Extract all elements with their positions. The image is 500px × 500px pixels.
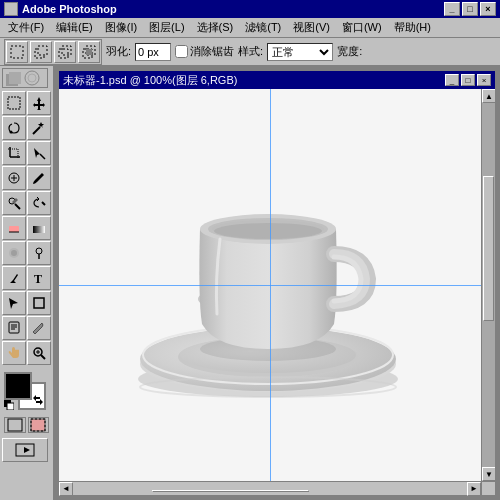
tool-shape[interactable] [27, 291, 51, 315]
svg-line-15 [33, 127, 40, 134]
maximize-button[interactable]: □ [462, 2, 478, 16]
app-title: Adobe Photoshop [22, 3, 117, 15]
doc-bottom-row: ◄ ► [59, 481, 495, 495]
document-window: 未标器-1.psd @ 100%(图层 6,RGB) _ □ × [58, 70, 496, 496]
tool-row-9 [2, 291, 51, 315]
minimize-button[interactable]: _ [444, 2, 460, 16]
anti-alias-checkbox[interactable]: 消除锯齿 [175, 44, 234, 59]
svg-point-14 [10, 131, 13, 134]
tool-brush[interactable] [27, 166, 51, 190]
svg-marker-21 [34, 148, 40, 158]
scroll-h-thumb[interactable] [152, 490, 310, 492]
tool-row-6 [2, 216, 51, 240]
svg-marker-51 [24, 447, 30, 453]
color-swatches [4, 372, 50, 410]
scroll-right-btn[interactable]: ► [467, 482, 481, 496]
anti-alias-check[interactable] [175, 45, 188, 58]
svg-rect-29 [33, 226, 45, 233]
title-bar-buttons: _ □ × [444, 2, 496, 16]
tool-crop[interactable] [2, 141, 26, 165]
options-bar: 羽化: 消除锯齿 样式: 正常 固定比例 固定大小 宽度: [0, 38, 500, 66]
tool-slice[interactable] [27, 141, 51, 165]
tool-row-3 [2, 141, 51, 165]
style-label: 样式: [238, 44, 263, 59]
foreground-color-swatch[interactable] [4, 372, 32, 400]
quick-mask-area [2, 415, 51, 435]
toolbox: T [0, 66, 54, 500]
tool-magic-wand[interactable] [27, 116, 51, 140]
tool-hand[interactable] [2, 341, 26, 365]
tool-zoom[interactable] [27, 341, 51, 365]
menu-window[interactable]: 窗口(W) [336, 18, 388, 37]
doc-maximize-btn[interactable]: □ [461, 74, 475, 86]
tool-row-2 [2, 116, 51, 140]
menu-view[interactable]: 视图(V) [287, 18, 336, 37]
tool-row-8: T [2, 266, 51, 290]
tool-row-5 [2, 191, 51, 215]
tool-clone-stamp[interactable] [2, 191, 26, 215]
tool-pen[interactable] [2, 266, 26, 290]
menu-image[interactable]: 图像(I) [99, 18, 143, 37]
tool-marquee-rect[interactable] [2, 91, 26, 115]
tool-blur[interactable] [2, 241, 26, 265]
tool-paint-bucket[interactable] [27, 216, 51, 240]
color-swatch-area [2, 370, 51, 412]
app-title-bar: Adobe Photoshop _ □ × [0, 0, 500, 18]
close-button[interactable]: × [480, 2, 496, 16]
scroll-down-btn[interactable]: ▼ [482, 467, 495, 481]
intersect-selection-btn[interactable] [78, 41, 100, 63]
anti-alias-label: 消除锯齿 [190, 44, 234, 59]
menu-layer[interactable]: 图层(L) [143, 18, 190, 37]
selection-options-group [4, 39, 102, 65]
tool-row-1 [2, 91, 51, 115]
menu-help[interactable]: 帮助(H) [388, 18, 437, 37]
screen-mode-btn[interactable] [2, 438, 48, 462]
tool-row-7 [2, 241, 51, 265]
scroll-left-btn[interactable]: ◄ [59, 482, 73, 496]
app-icon [4, 2, 18, 16]
menu-edit[interactable]: 编辑(E) [50, 18, 99, 37]
swap-colors-icon[interactable] [32, 394, 44, 406]
style-select[interactable]: 正常 固定比例 固定大小 [267, 43, 333, 61]
add-selection-btn[interactable] [30, 41, 52, 63]
svg-rect-48 [31, 419, 45, 431]
standard-mode-btn[interactable] [4, 417, 26, 433]
new-selection-btn[interactable] [6, 41, 28, 63]
doc-content[interactable] [59, 89, 481, 481]
subtract-selection-btn[interactable] [54, 41, 76, 63]
scroll-up-btn[interactable]: ▲ [482, 89, 495, 103]
svg-point-32 [36, 248, 42, 254]
svg-rect-12 [8, 97, 20, 109]
svg-rect-46 [7, 403, 14, 410]
svg-rect-4 [62, 46, 71, 55]
tool-healing[interactable] [2, 166, 26, 190]
tool-move[interactable] [27, 91, 51, 115]
svg-rect-47 [8, 419, 22, 431]
tool-lasso[interactable] [2, 116, 26, 140]
tool-type[interactable]: T [27, 266, 51, 290]
svg-rect-0 [11, 46, 23, 58]
doc-minimize-btn[interactable]: _ [445, 74, 459, 86]
tool-notes[interactable] [2, 316, 26, 340]
svg-marker-35 [9, 298, 18, 309]
scroll-v-thumb[interactable] [483, 176, 494, 322]
quick-mask-btn[interactable] [28, 417, 50, 433]
tool-eraser[interactable] [2, 216, 26, 240]
tool-history-brush[interactable] [27, 191, 51, 215]
doc-close-btn[interactable]: × [477, 74, 491, 86]
tool-row-4 [2, 166, 51, 190]
tool-dodge[interactable] [27, 241, 51, 265]
vertical-scrollbar: ▲ ▼ [481, 89, 495, 481]
menu-select[interactable]: 选择(S) [191, 18, 240, 37]
menu-filter[interactable]: 滤镜(T) [239, 18, 287, 37]
tool-eyedropper[interactable] [27, 316, 51, 340]
menu-file[interactable]: 文件(F) [2, 18, 50, 37]
svg-rect-7 [86, 49, 92, 55]
cup-svg [120, 139, 420, 429]
tool-preview [2, 68, 48, 88]
scroll-v-track[interactable] [482, 103, 495, 467]
canvas-area[interactable]: 未标器-1.psd @ 100%(图层 6,RGB) _ □ × [54, 66, 500, 500]
feather-input[interactable] [135, 43, 171, 61]
tool-path-selection[interactable] [2, 291, 26, 315]
default-colors-icon[interactable] [4, 400, 14, 410]
